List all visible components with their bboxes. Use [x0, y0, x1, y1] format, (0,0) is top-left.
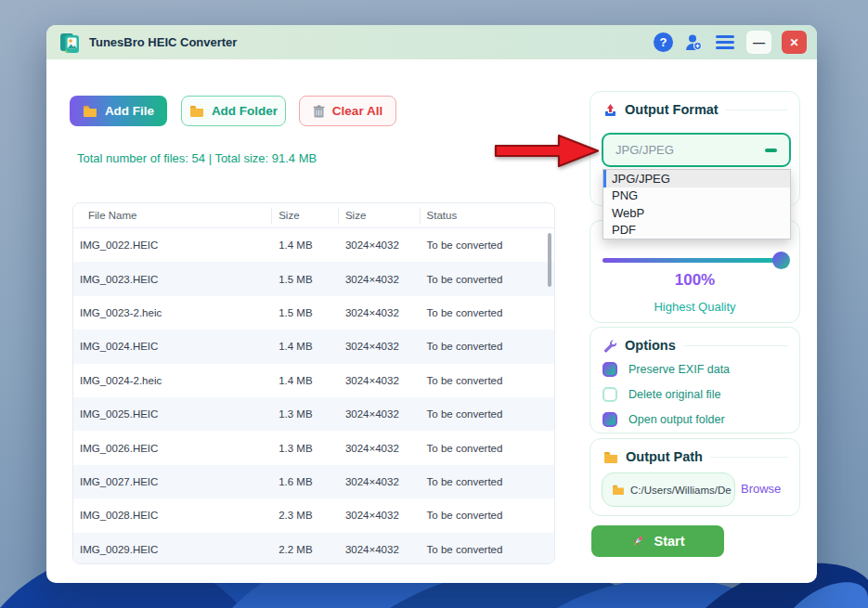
add-folder-button[interactable]: Add Folder: [181, 96, 286, 126]
file-status-cell: To be converted: [421, 510, 554, 521]
table-row[interactable]: IMG_0023.HEIC1.5 MB3024×4032To be conver…: [73, 262, 554, 295]
table-scrollbar[interactable]: [548, 233, 551, 287]
divider: [710, 457, 788, 458]
app-window: TunesBro HEIC Converter ? — ✕ Add File A…: [46, 25, 817, 583]
add-file-label: Add File: [105, 104, 154, 118]
folder-icon: [189, 105, 204, 117]
register-user-icon[interactable]: [683, 32, 704, 53]
divider: [726, 110, 788, 110]
options-list: Preserve EXIF dataDelete original fileOp…: [602, 361, 797, 427]
file-name-cell: IMG_0026.HEIC: [73, 443, 272, 454]
wrench-icon: [603, 339, 617, 353]
quality-percent: 100%: [589, 271, 800, 290]
file-size-cell: 1.3 MB: [272, 408, 339, 420]
file-size-cell: 1.3 MB: [272, 443, 339, 454]
divider: [683, 345, 788, 346]
minimize-button[interactable]: —: [746, 31, 771, 54]
dropdown-collapse-icon: [765, 149, 777, 152]
output-path-field[interactable]: C:/Users/Williams/De: [602, 472, 735, 507]
file-name-cell: IMG_0028.HEIC: [73, 510, 272, 521]
file-dimensions-cell: 3024×4032: [339, 341, 421, 352]
file-status-cell: To be converted: [421, 375, 554, 386]
file-dimensions-cell: 3024×4032: [339, 239, 421, 251]
app-logo-icon: [58, 32, 81, 54]
output-path-title: Output Path: [626, 449, 703, 464]
output-format-icon: [603, 103, 617, 117]
quality-slider[interactable]: [602, 258, 784, 263]
browse-button[interactable]: Browse: [741, 482, 797, 496]
file-status-cell: To be converted: [421, 544, 554, 555]
folder-icon: [83, 105, 97, 117]
format-selected-value: JPG/JPEG: [615, 143, 674, 157]
file-dimensions-cell: 3024×4032: [339, 510, 421, 521]
checkbox-unchecked-icon[interactable]: [602, 387, 617, 402]
file-name-cell: IMG_0029.HEIC: [73, 544, 272, 555]
add-folder-label: Add Folder: [212, 104, 278, 118]
help-icon[interactable]: ?: [654, 32, 673, 52]
quality-label: Highest Quality: [589, 300, 800, 314]
file-size-cell: 1.5 MB: [272, 274, 339, 285]
table-row[interactable]: IMG_0027.HEIC1.6 MB3024×4032To be conver…: [73, 465, 554, 498]
table-row[interactable]: IMG_0029.HEIC2.2 MB3024×4032To be conver…: [73, 533, 554, 564]
file-status-cell: To be converted: [421, 443, 554, 454]
format-option-pdf[interactable]: PDF: [603, 222, 790, 239]
file-name-cell: IMG_0025.HEIC: [73, 408, 272, 420]
folder-icon: [612, 485, 625, 495]
file-table: File Name Size Size Status IMG_0022.HEIC…: [72, 202, 555, 564]
file-size-cell: 1.4 MB: [272, 375, 339, 386]
options-title: Options: [625, 338, 676, 353]
add-file-button[interactable]: Add File: [70, 96, 167, 126]
option-preserve-exif-data[interactable]: Preserve EXIF data: [602, 361, 797, 377]
option-label: Delete original file: [628, 388, 720, 401]
file-name-cell: IMG_0027.HEIC: [73, 476, 272, 487]
table-row[interactable]: IMG_0026.HEIC1.3 MB3024×4032To be conver…: [73, 431, 554, 464]
table-header-row: File Name Size Size Status: [73, 203, 554, 228]
output-path-value: C:/Users/Williams/De: [630, 485, 732, 496]
start-button[interactable]: Start: [591, 525, 724, 557]
option-label: Preserve EXIF data: [628, 363, 730, 376]
table-row[interactable]: IMG_0023-2.heic1.5 MB3024×4032To be conv…: [73, 296, 554, 330]
title-bar: TunesBro HEIC Converter ? — ✕: [46, 25, 817, 59]
file-size-cell: 2.3 MB: [272, 510, 339, 521]
format-option-png[interactable]: PNG: [603, 188, 790, 205]
table-row[interactable]: IMG_0024-2.heic1.4 MB3024×4032To be conv…: [73, 364, 554, 397]
file-status-cell: To be converted: [421, 239, 554, 251]
column-header-size: Size: [272, 208, 339, 224]
format-option-jpg-jpeg[interactable]: JPG/JPEG: [603, 170, 790, 188]
checkbox-checked-icon[interactable]: [602, 362, 617, 377]
option-open-output-folder[interactable]: Open output folder: [602, 411, 797, 427]
file-dimensions-cell: 3024×4032: [339, 544, 421, 555]
file-size-cell: 1.4 MB: [272, 341, 339, 352]
table-row[interactable]: IMG_0022.HEIC1.4 MB3024×4032To be conver…: [73, 228, 554, 262]
format-dropdown-list: JPG/JPEGPNGWebPPDF: [602, 169, 791, 239]
app-title: TunesBro HEIC Converter: [89, 35, 237, 49]
file-status-cell: To be converted: [421, 476, 554, 487]
clear-all-button[interactable]: Clear All: [299, 96, 396, 126]
checkbox-checked-icon[interactable]: [602, 412, 617, 427]
file-name-cell: IMG_0023-2.heic: [73, 307, 272, 318]
file-name-cell: IMG_0022.HEIC: [73, 239, 272, 251]
files-summary: Total number of files: 54 | Total size: …: [77, 151, 317, 165]
slider-handle[interactable]: [772, 252, 790, 269]
file-size-cell: 1.4 MB: [272, 239, 339, 251]
output-format-title: Output Format: [625, 102, 719, 117]
file-table-body: IMG_0022.HEIC1.4 MB3024×4032To be conver…: [73, 228, 554, 564]
file-size-cell: 1.5 MB: [272, 307, 339, 318]
table-row[interactable]: IMG_0024.HEIC1.4 MB3024×4032To be conver…: [73, 330, 554, 363]
format-option-webp[interactable]: WebP: [603, 204, 790, 222]
table-row[interactable]: IMG_0028.HEIC2.3 MB3024×4032To be conver…: [73, 498, 554, 532]
close-button[interactable]: ✕: [782, 31, 807, 54]
start-label: Start: [654, 534, 684, 549]
file-status-cell: To be converted: [421, 274, 554, 285]
menu-icon[interactable]: [714, 33, 736, 51]
rocket-icon: [630, 534, 645, 549]
clear-all-label: Clear All: [332, 104, 382, 118]
file-dimensions-cell: 3024×4032: [339, 443, 421, 454]
column-header-dimensions: Size: [339, 208, 421, 224]
file-name-cell: IMG_0024.HEIC: [73, 341, 272, 352]
option-delete-original-file[interactable]: Delete original file: [602, 386, 797, 402]
table-row[interactable]: IMG_0025.HEIC1.3 MB3024×4032To be conver…: [73, 397, 554, 431]
format-dropdown[interactable]: JPG/JPEG: [602, 133, 791, 167]
file-dimensions-cell: 3024×4032: [339, 274, 421, 285]
trash-icon: [313, 105, 325, 118]
